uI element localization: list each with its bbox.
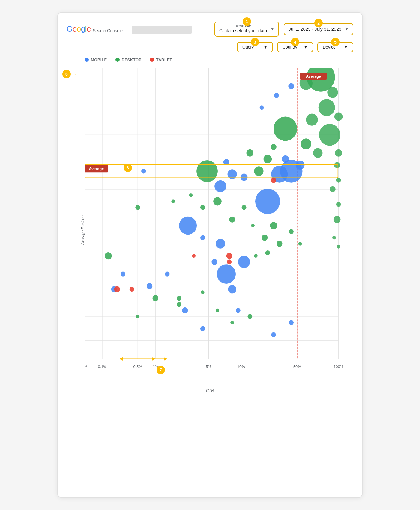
svg-point-61 (289, 320, 294, 325)
svg-point-31 (332, 236, 336, 239)
dropdown2-main-label: Jul 1, 2023 - July 31, 2023 (289, 26, 341, 32)
svg-text:0.5%: 0.5% (134, 364, 142, 369)
product-name: Search Console (93, 28, 123, 33)
svg-point-24 (313, 148, 323, 158)
svg-point-52 (141, 169, 146, 173)
svg-point-83 (277, 241, 283, 247)
legend-mobile: MOBILE (85, 58, 107, 62)
svg-point-41 (271, 144, 277, 150)
badge-8: 8 (124, 164, 132, 172)
svg-point-53 (179, 216, 197, 235)
svg-text:0.1%: 0.1% (98, 364, 107, 369)
y-axis-label: Average Position (80, 215, 85, 244)
svg-point-81 (254, 254, 258, 258)
svg-point-92 (216, 308, 219, 312)
svg-point-39 (282, 155, 289, 162)
arrow-right-icon: → (71, 72, 77, 78)
svg-point-54 (165, 272, 170, 276)
chart-area: 6 → Average Position (67, 65, 353, 395)
chevron-down-icon: ▼ (345, 27, 349, 31)
svg-point-21 (306, 113, 318, 125)
svg-point-56 (121, 272, 125, 276)
svg-point-67 (216, 239, 225, 248)
svg-point-82 (270, 222, 277, 229)
svg-point-42 (254, 166, 264, 176)
svg-point-77 (242, 205, 247, 210)
svg-text:5%: 5% (206, 364, 212, 369)
svg-point-68 (200, 235, 205, 240)
svg-text:10%: 10% (237, 364, 245, 369)
svg-point-75 (189, 194, 193, 197)
svg-point-66 (212, 259, 218, 265)
dropdown-controls: 1 Default Data Click to select your data… (198, 22, 353, 37)
svg-text:Average: Average (89, 166, 104, 171)
chevron-down-icon: ▼ (304, 45, 308, 50)
svg-point-93 (114, 286, 120, 292)
search-bar-placeholder (132, 26, 192, 34)
svg-text:Average: Average (306, 74, 321, 79)
svg-point-35 (260, 105, 264, 110)
svg-point-40 (264, 154, 272, 163)
svg-point-34 (274, 93, 279, 98)
svg-point-32 (337, 245, 340, 248)
svg-point-87 (171, 200, 175, 203)
svg-point-44 (274, 116, 297, 141)
svg-point-96 (226, 253, 232, 259)
svg-point-58 (182, 307, 188, 313)
legend-row: MOBILE DESKTOP TABLET (67, 58, 353, 62)
dropdown1-small-label: Default Data (219, 25, 267, 28)
badge-2: 2 (314, 19, 323, 27)
mobile-label: MOBILE (91, 58, 107, 62)
svg-point-84 (289, 229, 294, 234)
svg-point-80 (265, 250, 270, 255)
svg-point-47 (214, 180, 226, 192)
chevron-down-icon: ▼ (263, 45, 268, 50)
svg-point-72 (136, 314, 140, 318)
svg-point-19 (327, 87, 338, 98)
svg-point-45 (301, 138, 311, 149)
chart-svg: 0% 0.1% 0.5% 1% 5% 10% 50% 100% 1 5 10 1… (85, 68, 350, 377)
svg-point-60 (236, 308, 241, 313)
tablet-dot (150, 58, 154, 62)
badge-3: 3 (251, 38, 259, 46)
svg-point-90 (248, 314, 252, 319)
dropdown1-main-label: Click to select your data (219, 28, 267, 34)
svg-point-74 (200, 205, 205, 210)
google-logo: Google Search Console (67, 24, 123, 34)
desktop-dot (116, 58, 120, 62)
svg-point-70 (152, 295, 158, 301)
tablet-label: TABLET (156, 58, 172, 62)
svg-point-64 (238, 256, 250, 268)
svg-text:0%: 0% (85, 364, 88, 369)
badge-6: 6 (62, 70, 71, 78)
legend-tablet: TABLET (150, 58, 172, 62)
svg-point-23 (319, 124, 340, 146)
x-axis-label: CTR (206, 388, 214, 393)
svg-point-91 (201, 290, 205, 294)
svg-point-27 (336, 178, 341, 182)
svg-point-79 (262, 235, 268, 241)
svg-point-62 (271, 332, 276, 337)
mobile-dot (85, 58, 89, 62)
main-card: Google Search Console 1 Default Data Cli… (57, 12, 363, 498)
svg-point-22 (334, 112, 343, 121)
badge-5: 5 (331, 38, 340, 46)
svg-point-50 (241, 173, 248, 181)
svg-point-71 (177, 302, 182, 307)
svg-point-88 (177, 296, 182, 301)
filter-row: 3 Query ▼ 4 Country ▼ 5 Device ▼ (67, 42, 353, 52)
svg-point-65 (228, 285, 236, 293)
query-label: Query (242, 45, 254, 50)
badge-1: 1 (243, 17, 251, 26)
svg-point-29 (336, 202, 341, 207)
svg-point-86 (135, 205, 140, 210)
chevron-down-icon: ▼ (344, 45, 348, 50)
svg-point-28 (330, 186, 336, 192)
svg-point-33 (288, 83, 294, 89)
badge-4: 4 (291, 38, 299, 46)
header-row: Google Search Console 1 Default Data Cli… (67, 22, 353, 37)
svg-point-73 (213, 197, 222, 206)
svg-point-30 (334, 216, 341, 223)
svg-point-25 (335, 149, 342, 156)
svg-point-26 (334, 162, 340, 168)
